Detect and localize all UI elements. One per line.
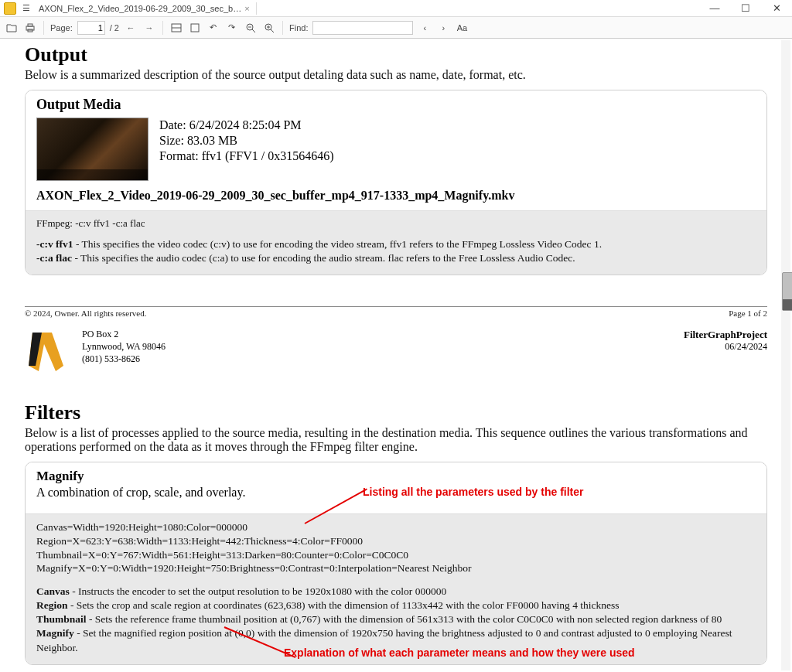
- ca-flag: -c:a flac: [36, 252, 72, 264]
- hamburger-icon[interactable]: ☰: [20, 3, 32, 13]
- addr-line-3: (801) 533-8626: [82, 353, 166, 366]
- document-tab[interactable]: AXON_Flex_2_Video_2019-06-29_2009_30_sec…: [32, 2, 257, 15]
- close-icon[interactable]: ×: [244, 4, 249, 13]
- minimize-button[interactable]: —: [699, 2, 730, 14]
- output-subtext: Below is a summarized description of the…: [25, 68, 767, 82]
- media-format: Format: ffv1 (FFV1 / 0x31564646): [159, 148, 333, 164]
- svg-line-7: [252, 29, 255, 32]
- svg-rect-1: [28, 24, 32, 26]
- addr-line-1: PO Box 2: [82, 329, 166, 341]
- page-input[interactable]: [77, 21, 105, 35]
- project-info: FilterGraphProject 06/24/2024: [684, 329, 767, 353]
- canvas-label: Canvas: [36, 585, 70, 597]
- svg-line-10: [271, 29, 274, 32]
- page-content: Output Below is a summarized description…: [25, 43, 767, 665]
- cv-text: - This specifies the video codec (c:v) t…: [73, 238, 602, 250]
- find-label: Find:: [289, 23, 308, 32]
- param-magnify: Magnify=X=0:Y=0:Width=1920:Height=750:Br…: [36, 561, 756, 575]
- filter-explanations: Canvas - Instructs the encoder to set th…: [36, 585, 756, 655]
- zoom-in-icon[interactable]: [262, 21, 276, 35]
- param-region: Region=X=623:Y=638:Width=1133:Height=442…: [36, 534, 756, 548]
- copyright: © 2024, Owner. All rights reserved.: [25, 309, 146, 318]
- page-total: / 2: [110, 23, 119, 32]
- filter-description: A combination of crop, scale, and overla…: [36, 486, 756, 500]
- page-footer: © 2024, Owner. All rights reserved. Page…: [25, 306, 767, 318]
- find-prev-icon[interactable]: ‹: [418, 21, 432, 35]
- region-text: - Sets the crop and scale region at coor…: [68, 599, 620, 611]
- filters-subtext: Below is a list of processes applied to …: [25, 426, 767, 454]
- addr-line-2: Lynnwood, WA 98046: [82, 341, 166, 353]
- output-heading: Output: [25, 43, 767, 67]
- maximize-button[interactable]: ☐: [730, 2, 761, 14]
- magnify-filter-panel: Magnify A combination of crop, scale, an…: [25, 462, 767, 664]
- toolbar: Page: / 2 ← → ↶ ↷ Find: ‹ › Aa: [0, 17, 792, 39]
- thumbnail-label: Thumbnail: [36, 613, 87, 625]
- find-next-icon[interactable]: ›: [436, 21, 450, 35]
- rotate-right-icon[interactable]: ↷: [225, 21, 239, 35]
- page-label: Page:: [50, 23, 73, 32]
- page-number: Page 1 of 2: [729, 309, 767, 318]
- match-case-icon[interactable]: Aa: [455, 21, 469, 35]
- vertical-scrollbar[interactable]: [781, 40, 790, 670]
- video-thumbnail: [36, 118, 148, 181]
- print-icon[interactable]: [23, 21, 37, 35]
- close-button[interactable]: ✕: [761, 2, 792, 14]
- magnify-text: - Set the magnified region position at (…: [36, 627, 732, 653]
- filter-title: Magnify: [36, 469, 756, 484]
- title-bar: ☰ AXON_Flex_2_Video_2019-06-29_2009_30_s…: [0, 0, 792, 17]
- param-thumbnail: Thumbnail=X=0:Y=767:Width=561:Height=313…: [36, 548, 756, 562]
- output-media-panel: Output Media Date: 6/24/2024 8:25:04 PM …: [25, 90, 767, 275]
- filter-parameters: Canvas=Width=1920:Height=1080:Color=0000…: [36, 520, 756, 575]
- output-media-title: Output Media: [36, 97, 756, 113]
- filters-heading: Filters: [25, 401, 767, 425]
- project-date: 06/24/2024: [684, 341, 767, 353]
- canvas-text: - Instructs the encoder to set the outpu…: [70, 585, 446, 597]
- tab-title: AXON_Flex_2_Video_2019-06-29_2009_30_sec…: [39, 4, 241, 13]
- magnify-label: Magnify: [36, 627, 74, 639]
- find-input[interactable]: [312, 21, 413, 35]
- project-name: FilterGraphProject: [684, 329, 767, 341]
- region-label: Region: [36, 599, 68, 611]
- next-page-icon[interactable]: →: [142, 21, 156, 35]
- fit-page-icon[interactable]: [188, 21, 202, 35]
- scrollbar-thumb[interactable]: [782, 272, 792, 311]
- codec-explanation: -c:v ffv1 - This specifies the video cod…: [36, 237, 756, 265]
- media-date: Date: 6/24/2024 8:25:04 PM: [159, 118, 333, 133]
- svg-rect-5: [191, 24, 199, 32]
- document-viewer[interactable]: Output Below is a summarized description…: [0, 39, 792, 672]
- ca-text: - This specifies the audio codec (c:a) t…: [72, 252, 575, 264]
- page-header: PO Box 2 Lynnwood, WA 98046 (801) 533-86…: [25, 329, 767, 374]
- open-icon[interactable]: [5, 21, 19, 35]
- prev-page-icon[interactable]: ←: [124, 21, 138, 35]
- zoom-out-icon[interactable]: [244, 21, 258, 35]
- media-size: Size: 83.03 MB: [159, 133, 333, 148]
- param-canvas: Canvas=Width=1920:Height=1080:Color=0000…: [36, 520, 756, 534]
- app-icon: [4, 2, 16, 15]
- fit-width-icon[interactable]: [169, 21, 183, 35]
- ffmpeg-command: FFmpeg: -c:v ffv1 -c:a flac: [36, 217, 756, 230]
- rotate-left-icon[interactable]: ↶: [207, 21, 220, 35]
- company-logo: [25, 329, 74, 374]
- media-metadata: Date: 6/24/2024 8:25:04 PM Size: 83.03 M…: [159, 118, 333, 164]
- thumbnail-text: - Sets the reference frame thumbnail pos…: [87, 613, 722, 625]
- media-filename: AXON_Flex_2_Video_2019-06-29_2009_30_sec…: [36, 189, 756, 203]
- company-address: PO Box 2 Lynnwood, WA 98046 (801) 533-86…: [82, 329, 166, 365]
- cv-flag: -c:v ffv1: [36, 238, 73, 250]
